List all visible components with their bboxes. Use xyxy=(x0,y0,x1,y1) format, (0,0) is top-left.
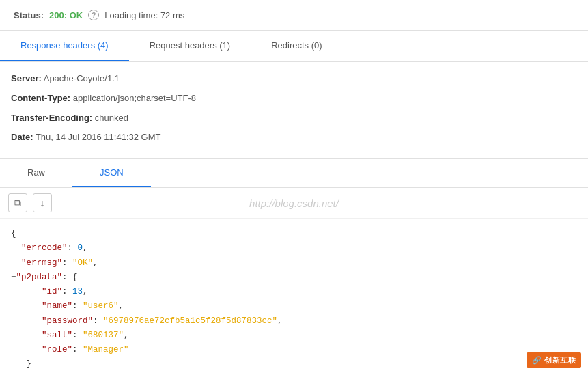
tab-redirects[interactable]: Redirects (0) xyxy=(251,31,342,61)
loading-time: Loading time: 72 ms xyxy=(104,10,184,20)
tab-json[interactable]: JSON xyxy=(72,159,151,187)
body-toolbar: ⧉ ↓ http://blog.csdn.net/ xyxy=(0,188,588,219)
body-tabs: Raw JSON xyxy=(0,159,588,188)
download-button[interactable]: ↓ xyxy=(33,193,52,212)
tab-response-headers[interactable]: Response headers (4) xyxy=(0,31,129,61)
header-row-date: Date: Thu, 14 Jul 2016 11:41:32 GMT xyxy=(11,128,577,148)
watermark-text: http://blog.csdn.net/ xyxy=(249,197,339,209)
status-code: 200: OK xyxy=(49,10,83,20)
header-val-transfer-encoding: chunked xyxy=(95,113,128,123)
response-headers-content: Server: Apache-Coyote/1.1 Content-Type: … xyxy=(0,62,588,159)
status-label: Status: xyxy=(14,10,44,20)
header-val-date: Thu, 14 Jul 2016 11:41:32 GMT xyxy=(36,132,161,142)
json-content: { "errcode": 0, "errmsg": "OK", −"p2pdat… xyxy=(0,219,588,375)
header-row-server: Server: Apache-Coyote/1.1 xyxy=(11,69,577,89)
info-icon[interactable]: ? xyxy=(88,10,99,20)
body-section: Raw JSON ⧉ ↓ http://blog.csdn.net/ { "er… xyxy=(0,159,588,375)
header-key-date: Date: xyxy=(11,132,33,142)
logo-text: 创新互联 xyxy=(544,356,576,364)
header-key-content-type: Content-Type: xyxy=(11,93,70,103)
tab-request-headers[interactable]: Request headers (1) xyxy=(129,31,251,61)
main-tabs-section: Response headers (4) Request headers (1)… xyxy=(0,31,588,62)
main-tabs: Response headers (4) Request headers (1)… xyxy=(0,31,588,61)
header-key-transfer-encoding: Transfer-Encoding: xyxy=(11,113,92,123)
header-val-content-type: application/json;charset=UTF-8 xyxy=(73,93,196,103)
logo-icon: 🔗 xyxy=(532,356,542,364)
copy-icon: ⧉ xyxy=(14,197,21,209)
logo-watermark: 🔗 创新互联 xyxy=(527,352,581,368)
copy-button[interactable]: ⧉ xyxy=(8,193,27,212)
header-key-server: Server: xyxy=(11,73,42,83)
header-row-content-type: Content-Type: application/json;charset=U… xyxy=(11,89,577,109)
header-val-server: Apache-Coyote/1.1 xyxy=(44,73,120,83)
download-icon: ↓ xyxy=(40,197,45,208)
status-bar: Status: 200: OK ? Loading time: 72 ms xyxy=(0,0,588,31)
tab-raw[interactable]: Raw xyxy=(0,159,72,187)
header-row-transfer-encoding: Transfer-Encoding: chunked xyxy=(11,109,577,128)
